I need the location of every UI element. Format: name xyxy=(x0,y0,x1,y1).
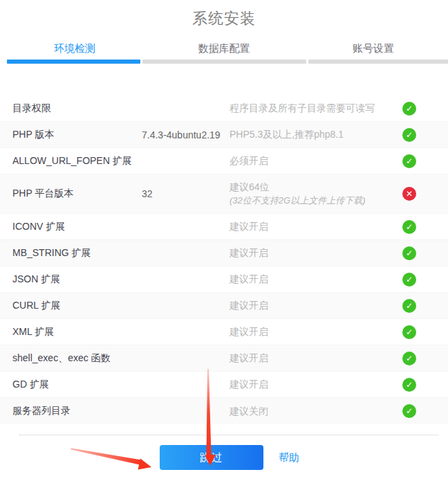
check-requirement-text: 程序目录及所有子目录需要可读写 xyxy=(230,102,402,115)
tab-1[interactable]: 数据库配置 xyxy=(149,41,299,56)
check-requirement: 建议开启 xyxy=(230,299,402,312)
tab-0[interactable]: 环境检测 xyxy=(0,41,149,56)
check-requirement-text: PHP5.3及以上,推荐php8.1 xyxy=(230,128,402,141)
check-requirement: 建议开启 xyxy=(230,246,402,260)
check-label: CURL 扩展 xyxy=(12,300,142,312)
check-row: shell_exec、exec 函数 建议开启 ✓ xyxy=(0,345,448,372)
status-icon: ✓ xyxy=(402,299,416,313)
check-row: PHP 平台版本 32 建议64位 (32位不支持2G以上文件上传下载) ✕ xyxy=(0,174,448,214)
check-requirement: 建议开启 xyxy=(230,378,402,391)
status-icon: ✕ xyxy=(402,187,416,201)
check-requirement-text: 建议开启 xyxy=(230,352,402,365)
check-requirement: 建议64位 (32位不支持2G以上文件上传下载) xyxy=(230,181,402,207)
status-icon: ✓ xyxy=(402,273,416,287)
check-label: MB_STRING 扩展 xyxy=(12,247,142,260)
check-label: ICONV 扩展 xyxy=(12,221,142,233)
check-requirement-text: 建议开启 xyxy=(230,325,402,338)
check-status: ✓ xyxy=(402,378,416,392)
progress-segment xyxy=(7,60,140,64)
check-label: ALLOW_URL_FOPEN 扩展 xyxy=(12,155,142,167)
status-icon: ✓ xyxy=(402,128,416,142)
tab-2[interactable]: 账号设置 xyxy=(299,41,448,56)
check-row: PHP 版本 7.4.3-4ubuntu2.19 PHP5.3及以上,推荐php… xyxy=(0,122,448,148)
check-requirement-note: (32位不支持2G以上文件上传下载) xyxy=(230,194,402,207)
page-title: 系统安装 xyxy=(0,8,448,29)
status-icon: ✓ xyxy=(402,378,416,392)
status-icon: ✓ xyxy=(402,325,416,339)
status-icon: ✓ xyxy=(402,154,416,168)
tab-label: 环境检测 xyxy=(54,42,95,54)
check-label: PHP 版本 xyxy=(12,129,142,141)
skip-button[interactable]: 跳过 xyxy=(160,445,263,470)
check-label: JSON 扩展 xyxy=(12,273,142,286)
check-requirement: 建议开启 xyxy=(230,325,402,338)
check-label: PHP 平台版本 xyxy=(12,188,142,200)
check-label: 服务器列目录 xyxy=(12,405,142,417)
check-row: MB_STRING 扩展 建议开启 ✓ xyxy=(0,240,448,266)
check-current-value: 7.4.3-4ubuntu2.19 xyxy=(142,129,230,140)
check-row: 服务器列目录 建议关闭 ✓ xyxy=(0,398,448,424)
check-requirement: 建议开启 xyxy=(230,352,402,365)
check-label: GD 扩展 xyxy=(12,379,142,391)
status-icon: ✓ xyxy=(402,352,416,365)
check-requirement-text: 建议开启 xyxy=(230,273,402,286)
tab-label: 账号设置 xyxy=(353,42,394,54)
status-icon: ✓ xyxy=(402,404,416,418)
install-wizard-page: 系统安装 环境检测数据库配置账号设置 目录权限 程序目录及所有子目录需要可读写 … xyxy=(0,8,448,490)
status-icon: ✓ xyxy=(402,246,416,260)
check-status: ✓ xyxy=(402,246,416,260)
check-requirement-text: 建议关闭 xyxy=(230,405,402,418)
check-requirement-text: 建议64位 xyxy=(230,181,402,194)
help-link[interactable]: 帮助 xyxy=(279,451,299,464)
check-requirement-text: 必须开启 xyxy=(230,154,402,167)
check-requirement: PHP5.3及以上,推荐php8.1 xyxy=(230,128,402,141)
check-status: ✓ xyxy=(402,404,416,418)
check-status: ✓ xyxy=(402,352,416,365)
check-status: ✓ xyxy=(402,154,416,168)
check-row: JSON 扩展 建议开启 ✓ xyxy=(0,266,448,293)
progress-segment xyxy=(142,60,306,64)
check-requirement: 必须开启 xyxy=(230,154,402,167)
check-status: ✓ xyxy=(402,273,416,287)
check-label: shell_exec、exec 函数 xyxy=(12,352,142,365)
check-status: ✓ xyxy=(402,299,416,313)
tab-label: 数据库配置 xyxy=(198,42,250,54)
footer-divider xyxy=(19,435,438,435)
check-row: ICONV 扩展 建议开启 ✓ xyxy=(0,214,448,240)
check-row: CURL 扩展 建议开启 ✓ xyxy=(0,293,448,319)
check-label: 目录权限 xyxy=(12,102,142,115)
environment-check-table: 目录权限 程序目录及所有子目录需要可读写 ✓ PHP 版本 7.4.3-4ubu… xyxy=(0,96,448,424)
wizard-tabs: 环境检测数据库配置账号设置 xyxy=(0,41,448,56)
check-label: XML 扩展 xyxy=(12,326,142,338)
check-requirement: 建议开启 xyxy=(230,273,402,286)
check-requirement: 建议开启 xyxy=(230,220,402,233)
check-requirement-text: 建议开启 xyxy=(230,246,402,260)
check-row: XML 扩展 建议开启 ✓ xyxy=(0,319,448,345)
check-row: 目录权限 程序目录及所有子目录需要可读写 ✓ xyxy=(0,96,448,122)
check-requirement-text: 建议开启 xyxy=(230,220,402,233)
check-requirement-text: 建议开启 xyxy=(230,299,402,312)
progress-segment xyxy=(308,60,448,64)
check-requirement: 程序目录及所有子目录需要可读写 xyxy=(230,102,402,115)
check-row: GD 扩展 建议开启 ✓ xyxy=(0,372,448,398)
wizard-progress-bar xyxy=(7,60,448,64)
check-status: ✓ xyxy=(402,220,416,234)
check-requirement: 建议关闭 xyxy=(230,405,402,418)
footer-actions: 跳过 帮助 xyxy=(6,445,448,470)
status-icon: ✓ xyxy=(402,220,416,234)
status-icon: ✓ xyxy=(402,102,416,116)
check-status: ✕ xyxy=(402,187,416,201)
check-current-value: 32 xyxy=(142,188,230,199)
check-status: ✓ xyxy=(402,128,416,142)
check-status: ✓ xyxy=(402,102,416,116)
check-requirement-text: 建议开启 xyxy=(230,378,402,391)
check-status: ✓ xyxy=(402,325,416,339)
check-row: ALLOW_URL_FOPEN 扩展 必须开启 ✓ xyxy=(0,148,448,174)
